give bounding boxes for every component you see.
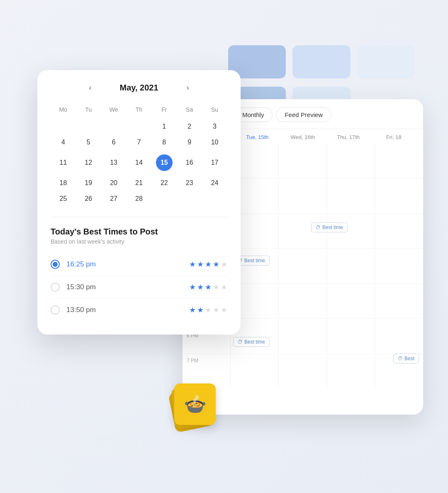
day-12[interactable]: 12	[76, 150, 101, 175]
day-28[interactable]: 28	[127, 191, 152, 207]
weekday-fr: Fr	[151, 104, 177, 119]
day-8[interactable]: 8	[151, 134, 177, 150]
best-time-badge-4: ⏱ Best	[393, 354, 419, 364]
day-1[interactable]: 1	[151, 119, 177, 134]
day-27[interactable]: 27	[101, 191, 127, 207]
day-21[interactable]: 21	[127, 175, 152, 191]
day-4[interactable]: 4	[51, 134, 76, 150]
star-1-3: ★	[205, 283, 212, 292]
weekday-we: We	[101, 104, 127, 119]
best-time-icon-1: ⏱	[316, 225, 321, 230]
week-row-1: 1 2 3	[51, 119, 227, 134]
week-row-2: 4 5 6 7 8 9 10	[51, 134, 227, 150]
day-13[interactable]: 13	[101, 150, 127, 175]
day-17[interactable]: 17	[202, 150, 227, 175]
tab-feed-preview[interactable]: Feed Preview	[276, 107, 331, 122]
day-empty-5[interactable]	[151, 191, 177, 207]
calendar-card: ‹ May, 2021 › Mo Tu We Th Fr Sa Su	[37, 70, 241, 334]
day-11[interactable]: 11	[51, 150, 76, 175]
best-time-text-4: Best	[404, 356, 414, 361]
star-0-5: ★	[221, 260, 227, 269]
week-row-4: 18 19 20 21 22 23 24	[51, 175, 227, 191]
day-15-selected[interactable]: 15	[151, 150, 177, 175]
day-9[interactable]: 9	[177, 134, 202, 150]
day-18[interactable]: 18	[51, 175, 76, 191]
day-empty-4[interactable]	[127, 119, 152, 134]
star-2-4: ★	[213, 305, 219, 315]
bg-cell-3	[357, 45, 415, 78]
radio-1[interactable]	[51, 283, 60, 292]
best-times-section: Today's Best Times to Post Based on last…	[51, 217, 227, 321]
day-6[interactable]: 6	[101, 134, 127, 150]
day-empty-2[interactable]	[76, 119, 101, 134]
day-2[interactable]: 2	[177, 119, 202, 134]
star-2-5: ★	[221, 305, 227, 315]
sticker-emoji: 🍲	[184, 393, 207, 415]
day-empty-1[interactable]	[51, 119, 76, 134]
scene: 1pm 2pm 3pm 4pm 10 Weekly Monthly Feed P…	[25, 29, 423, 464]
day-3[interactable]: 3	[202, 119, 227, 134]
star-0-2: ★	[197, 260, 204, 269]
star-2-1: ★	[189, 305, 196, 315]
prev-month-button[interactable]: ‹	[85, 82, 95, 94]
week-row-3: 11 12 13 14 15 16 17	[51, 150, 227, 175]
grid-day-2: Wed, 16th	[280, 134, 326, 140]
time-option-1[interactable]: 15:30 pm ★ ★ ★ ★ ★	[51, 276, 227, 299]
stars-2: ★ ★ ★ ★ ★	[189, 305, 227, 315]
radio-2[interactable]	[51, 305, 60, 315]
day-5[interactable]: 5	[76, 134, 101, 150]
time-option-2[interactable]: 13:50 pm ★ ★ ★ ★ ★	[51, 299, 227, 321]
day-19[interactable]: 19	[76, 175, 101, 191]
month-title: May, 2021	[119, 83, 158, 93]
stars-0: ★ ★ ★ ★ ★	[189, 260, 227, 269]
radio-0[interactable]	[51, 260, 60, 269]
weekday-th: Th	[127, 104, 152, 119]
bg-cell-2	[292, 45, 350, 78]
star-0-3: ★	[205, 260, 212, 269]
day-26[interactable]: 26	[76, 191, 101, 207]
calendar-nav: ‹ May, 2021 ›	[51, 82, 227, 94]
stars-1: ★ ★ ★ ★ ★	[189, 283, 227, 292]
next-month-button[interactable]: ›	[183, 82, 192, 94]
star-1-5: ★	[221, 283, 227, 292]
best-time-text-3: Best time	[244, 339, 265, 345]
day-empty-7[interactable]	[202, 191, 227, 207]
day-25[interactable]: 25	[51, 191, 76, 207]
best-time-text-2: Best time	[244, 258, 265, 264]
time-value-2: 13:50 pm	[66, 306, 183, 314]
day-7[interactable]: 7	[127, 134, 152, 150]
best-time-icon-3: ⏱	[238, 339, 243, 345]
star-2-3: ★	[205, 305, 212, 315]
weekday-sa: Sa	[177, 104, 202, 119]
bg-top-cells	[228, 45, 415, 78]
time-option-0[interactable]: 16:25 pm ★ ★ ★ ★ ★	[51, 253, 227, 276]
time-value-0: 16:25 pm	[66, 260, 183, 268]
star-1-2: ★	[197, 283, 204, 292]
grid-day-3: Thu, 17th	[326, 134, 371, 140]
day-24[interactable]: 24	[202, 175, 227, 191]
day-empty-6[interactable]	[177, 191, 202, 207]
sticker-area: 🍲	[174, 383, 216, 425]
best-time-badge-3: ⏱ Best time	[233, 337, 270, 347]
day-22[interactable]: 22	[151, 175, 177, 191]
day-10[interactable]: 10	[202, 134, 227, 150]
star-2-2: ★	[197, 305, 204, 315]
day-14[interactable]: 14	[127, 150, 152, 175]
day-empty-3[interactable]	[101, 119, 127, 134]
star-1-4: ★	[213, 283, 219, 292]
weekday-tu: Tu	[76, 104, 101, 119]
selected-day-indicator: 15	[156, 154, 173, 171]
grid-day-4: Fri, 18	[371, 134, 416, 140]
radio-inner-0	[53, 262, 58, 267]
best-time-icon-4: ⏱	[398, 356, 403, 361]
star-1-1: ★	[189, 283, 196, 292]
day-23[interactable]: 23	[177, 175, 202, 191]
best-time-text-1: Best time	[322, 225, 343, 230]
weekday-mo: Mo	[51, 104, 76, 119]
time-7pm: 7 PM	[187, 358, 198, 364]
best-times-title: Today's Best Times to Post	[51, 227, 227, 237]
best-time-badge-1: ⏱ Best time	[311, 222, 348, 232]
star-0-4: ★	[213, 260, 219, 269]
day-16[interactable]: 16	[177, 150, 202, 175]
day-20[interactable]: 20	[101, 175, 127, 191]
